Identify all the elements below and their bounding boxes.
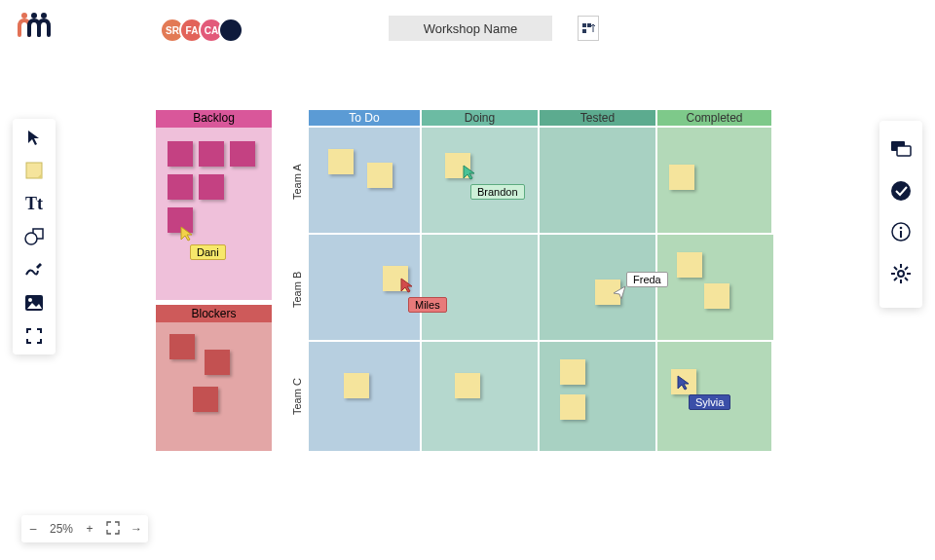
cursor-icon (677, 375, 691, 391)
svg-line-22 (894, 267, 897, 270)
svg-line-24 (894, 278, 897, 280)
row-label-team-c: Team C (291, 348, 307, 445)
sticky-note[interactable] (704, 283, 729, 309)
sticky-note[interactable] (168, 174, 193, 200)
svg-point-10 (28, 298, 32, 302)
column-header-completed: Completed (657, 110, 771, 126)
right-panel (879, 121, 922, 308)
workshop-title-input[interactable] (389, 16, 552, 41)
sort-button[interactable] (578, 16, 599, 41)
sticky-tool[interactable] (19, 158, 50, 183)
sticky-note[interactable] (560, 359, 585, 385)
draw-tool[interactable] (19, 257, 50, 282)
svg-rect-16 (900, 231, 902, 238)
column-header-todo: To Do (309, 110, 420, 126)
svg-point-1 (31, 13, 37, 19)
cursor-label-sylvia: Sylvia (689, 394, 730, 410)
text-tool[interactable]: Tt (19, 191, 50, 216)
sticky-note[interactable] (560, 394, 585, 420)
cursor-label-dani: Dani (190, 244, 226, 260)
sticky-note[interactable] (168, 141, 193, 167)
kanban-board[interactable]: Backlog Blockers Team A Team B Team C To… (156, 110, 771, 454)
zoom-value: 25% (45, 522, 78, 536)
svg-rect-5 (587, 23, 591, 27)
cursor-label-brandon: Brandon (470, 184, 525, 200)
svg-point-13 (891, 181, 911, 201)
shape-tool[interactable] (19, 224, 50, 249)
collaborator-avatars: SR FA CA (166, 18, 243, 43)
sticky-note[interactable] (205, 350, 230, 375)
sticky-note[interactable] (677, 252, 702, 278)
column-header-tested: Tested (540, 110, 655, 126)
tools-toolbar: Tt (13, 119, 56, 355)
row-label-team-a: Team A (291, 133, 307, 231)
svg-point-2 (41, 13, 47, 19)
cursor-icon (180, 226, 194, 242)
vote-icon[interactable] (890, 180, 912, 205)
sticky-note[interactable] (669, 165, 694, 190)
zoom-out-button[interactable]: – (21, 522, 45, 536)
zoom-next-button[interactable]: → (125, 522, 148, 536)
svg-rect-12 (897, 146, 911, 156)
sticky-note[interactable] (169, 334, 195, 359)
sticky-note[interactable] (199, 174, 224, 200)
sticky-note[interactable] (344, 373, 369, 398)
svg-point-8 (25, 233, 37, 244)
svg-point-0 (21, 13, 27, 19)
backlog-column[interactable] (156, 128, 272, 300)
zoom-fit-button[interactable] (101, 521, 125, 538)
sticky-note[interactable] (199, 141, 224, 167)
frame-tool[interactable] (19, 323, 50, 349)
cursor-icon (463, 165, 476, 180)
svg-line-25 (905, 267, 908, 270)
backlog-header: Backlog (156, 110, 272, 128)
cursor-icon (613, 285, 626, 299)
app-logo (18, 12, 51, 41)
cell-doing-a[interactable] (422, 128, 538, 233)
svg-line-23 (905, 278, 908, 280)
sticky-note[interactable] (328, 149, 354, 174)
cursor-label-freda: Freda (626, 272, 668, 287)
cell-todo-a[interactable] (309, 128, 420, 233)
column-header-doing: Doing (422, 110, 538, 126)
select-tool[interactable] (19, 125, 50, 150)
svg-point-17 (898, 271, 904, 277)
svg-rect-4 (582, 29, 586, 33)
comments-icon[interactable] (890, 140, 912, 164)
cell-test-a[interactable] (540, 128, 655, 233)
sticky-note[interactable] (193, 387, 218, 412)
sticky-note[interactable] (367, 163, 393, 188)
svg-rect-3 (582, 23, 586, 27)
svg-point-15 (900, 227, 903, 230)
blockers-header: Blockers (156, 305, 272, 322)
cursor-icon (400, 278, 414, 293)
cursor-label-miles: Miles (408, 297, 447, 313)
blockers-column[interactable] (156, 322, 272, 451)
zoom-in-button[interactable]: + (78, 522, 101, 536)
cell-test-c[interactable] (540, 342, 655, 451)
sticky-note[interactable] (230, 141, 255, 167)
image-tool[interactable] (19, 290, 50, 316)
avatar-more[interactable] (218, 18, 243, 43)
cell-doing-b[interactable] (422, 235, 538, 340)
settings-icon[interactable] (890, 263, 912, 288)
zoom-toolbar: – 25% + → (21, 515, 148, 542)
info-icon[interactable] (890, 221, 912, 246)
row-label-team-b: Team B (291, 241, 307, 338)
sticky-note[interactable] (455, 373, 480, 398)
